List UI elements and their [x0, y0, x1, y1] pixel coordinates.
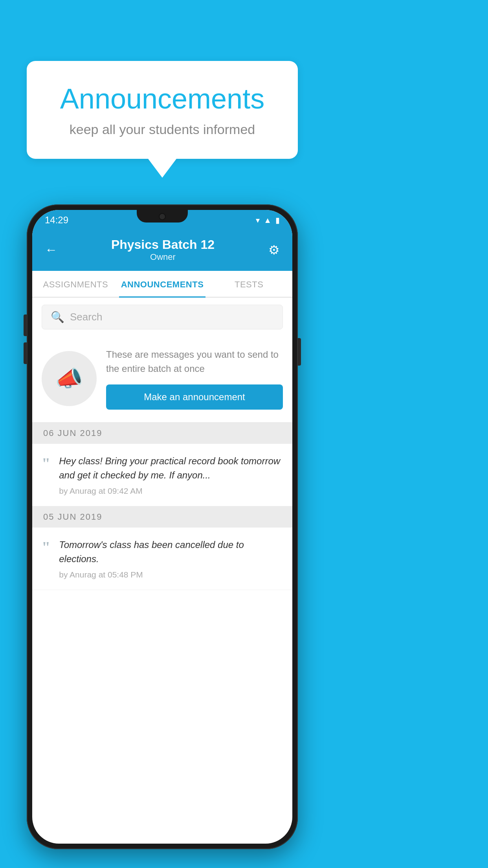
- promo-description: These are messages you want to send to t…: [106, 348, 283, 376]
- back-button[interactable]: ←: [45, 243, 57, 257]
- announcements-title: Announcements: [50, 83, 274, 115]
- status-icons: ▾ ▲ ▮: [256, 215, 280, 225]
- wifi-icon: ▾: [256, 215, 260, 225]
- speech-bubble-tail: [148, 159, 176, 178]
- announcement-item-1[interactable]: " Hey class! Bring your practical record…: [32, 444, 292, 506]
- date-label-2: 05 JUN 2019: [43, 512, 102, 522]
- settings-icon[interactable]: ⚙: [268, 243, 280, 257]
- announcement-text-2: Tomorrow's class has been cancelled due …: [59, 538, 283, 566]
- date-separator-2: 05 JUN 2019: [32, 506, 292, 528]
- search-container: 🔍 Search: [32, 298, 292, 337]
- volume-up-button: [24, 314, 27, 336]
- date-label-1: 06 JUN 2019: [43, 428, 102, 438]
- announcement-content-1: Hey class! Bring your practical record b…: [59, 454, 283, 496]
- promo-icon-circle: 📣: [42, 351, 97, 406]
- announcement-content-2: Tomorrow's class has been cancelled due …: [59, 538, 283, 579]
- speech-bubble-container: Announcements keep all your students inf…: [27, 61, 298, 178]
- header-subtitle: Owner: [57, 252, 268, 262]
- phone-outer: 14:29 ▾ ▲ ▮ ← Physics Batch 12 Owner ⚙: [27, 204, 298, 849]
- announcement-promo: 📣 These are messages you want to send to…: [32, 337, 292, 423]
- phone-notch: [137, 210, 188, 223]
- promo-content: These are messages you want to send to t…: [106, 348, 283, 410]
- announcement-author-1: by Anurag at 09:42 AM: [59, 486, 283, 496]
- app-header: ← Physics Batch 12 Owner ⚙: [32, 230, 292, 271]
- status-time: 14:29: [45, 215, 68, 226]
- volume-down-button: [24, 342, 27, 364]
- search-icon: 🔍: [51, 311, 64, 324]
- power-button: [298, 338, 301, 366]
- quote-icon-1: ": [42, 456, 50, 471]
- tab-assignments[interactable]: ASSIGNMENTS: [32, 271, 119, 297]
- phone-mockup: 14:29 ▾ ▲ ▮ ← Physics Batch 12 Owner ⚙: [27, 204, 298, 849]
- header-title: Physics Batch 12: [57, 237, 268, 252]
- megaphone-icon: 📣: [55, 366, 83, 392]
- tab-announcements[interactable]: ANNOUNCEMENTS: [119, 271, 206, 297]
- date-separator-1: 06 JUN 2019: [32, 423, 292, 444]
- camera-dot: [159, 213, 166, 220]
- tabs-bar: ASSIGNMENTS ANNOUNCEMENTS TESTS: [32, 271, 292, 298]
- signal-icon: ▲: [264, 216, 272, 225]
- announcement-item-2[interactable]: " Tomorrow's class has been cancelled du…: [32, 528, 292, 590]
- header-center: Physics Batch 12 Owner: [57, 237, 268, 262]
- battery-icon: ▮: [275, 215, 280, 225]
- speech-bubble: Announcements keep all your students inf…: [27, 61, 298, 159]
- phone-screen: 14:29 ▾ ▲ ▮ ← Physics Batch 12 Owner ⚙: [32, 210, 292, 844]
- search-bar[interactable]: 🔍 Search: [42, 305, 283, 329]
- announcements-subtitle: keep all your students informed: [50, 122, 274, 137]
- make-announcement-button[interactable]: Make an announcement: [106, 384, 283, 410]
- quote-icon-2: ": [42, 539, 50, 555]
- search-placeholder: Search: [70, 311, 102, 323]
- volume-buttons: [24, 314, 27, 364]
- announcement-text-1: Hey class! Bring your practical record b…: [59, 454, 283, 482]
- announcement-author-2: by Anurag at 05:48 PM: [59, 570, 283, 579]
- tab-tests[interactable]: TESTS: [205, 271, 292, 297]
